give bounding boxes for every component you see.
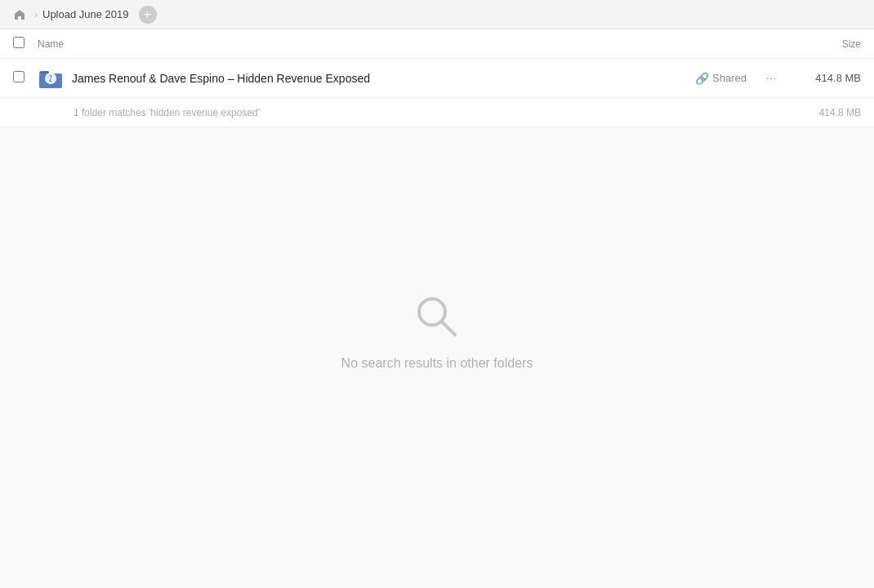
- breadcrumb-folder-name: Upload June 2019: [42, 8, 129, 20]
- folder-icon-svg: [38, 65, 64, 91]
- match-text: 1 folder matches 'hidden revenue exposed…: [74, 107, 796, 118]
- match-row: 1 folder matches 'hidden revenue exposed…: [0, 98, 874, 127]
- column-header-name: Name: [38, 38, 779, 50]
- select-all-checkbox[interactable]: [13, 37, 25, 48]
- row-checkbox[interactable]: [13, 71, 25, 82]
- folder-icon: [38, 65, 64, 91]
- column-header-size: Size: [779, 38, 861, 50]
- file-name: James Renouf & Dave Espino – Hidden Reve…: [72, 72, 695, 85]
- empty-state-message: No search results in other folders: [341, 356, 533, 371]
- file-size: 414.8 MB: [796, 72, 861, 84]
- breadcrumb-bar: › Upload June 2019 +: [0, 0, 874, 29]
- header-checkbox-col: [13, 37, 38, 51]
- svg-line-4: [442, 322, 456, 336]
- home-icon: [13, 8, 26, 21]
- shared-badge: 🔗 Shared: [695, 72, 747, 85]
- shared-label: Shared: [712, 72, 747, 84]
- breadcrumb-separator: ›: [34, 9, 38, 20]
- file-row[interactable]: James Renouf & Dave Espino – Hidden Reve…: [0, 59, 874, 98]
- more-options-button[interactable]: ···: [760, 67, 783, 90]
- link-icon: 🔗: [695, 72, 709, 85]
- row-checkbox-col: [13, 71, 38, 86]
- empty-state: No search results in other folders: [0, 291, 874, 371]
- no-results-search-icon: [411, 291, 463, 343]
- home-button[interactable]: [10, 5, 29, 24]
- table-header: Name Size: [0, 29, 874, 59]
- add-button[interactable]: +: [139, 6, 157, 24]
- match-size: 414.8 MB: [796, 107, 861, 118]
